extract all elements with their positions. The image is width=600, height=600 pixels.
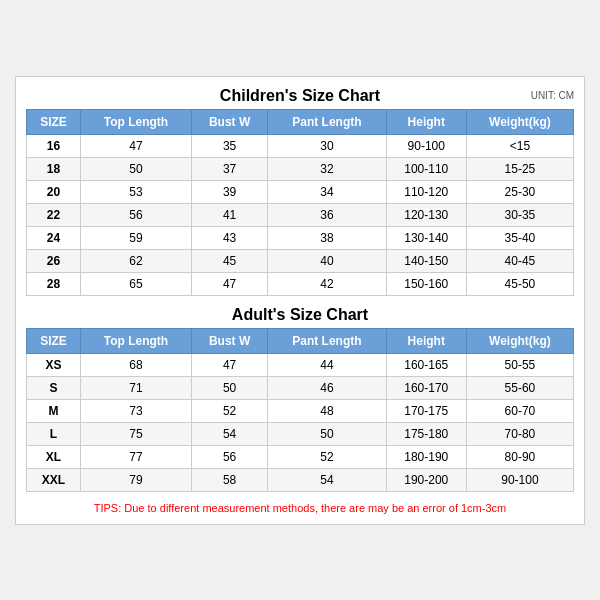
adult-table: SIZETop LengthBust WPant LengthHeightWei… [26, 328, 574, 492]
table-cell: 25-30 [466, 180, 573, 203]
table-cell: 18 [27, 157, 81, 180]
table-cell: 120-130 [386, 203, 466, 226]
table-cell: 46 [268, 376, 386, 399]
table-cell: 40 [268, 249, 386, 272]
table-cell: 80-90 [466, 445, 573, 468]
table-cell: <15 [466, 134, 573, 157]
children-header-cell: Height [386, 109, 466, 134]
table-cell: 130-140 [386, 226, 466, 249]
adult-chart-title: Adult's Size Chart [232, 306, 368, 324]
children-table: SIZETop LengthBust WPant LengthHeightWei… [26, 109, 574, 296]
children-header-cell: SIZE [27, 109, 81, 134]
table-row: 22564136120-13030-35 [27, 203, 574, 226]
table-row: S715046160-17055-60 [27, 376, 574, 399]
table-cell: M [27, 399, 81, 422]
table-cell: 43 [192, 226, 268, 249]
children-header-cell: Weight(kg) [466, 109, 573, 134]
table-row: 24594338130-14035-40 [27, 226, 574, 249]
table-row: M735248170-17560-70 [27, 399, 574, 422]
adult-header-cell: Weight(kg) [466, 328, 573, 353]
table-cell: 30-35 [466, 203, 573, 226]
table-row: XS684744160-16550-55 [27, 353, 574, 376]
table-cell: 44 [268, 353, 386, 376]
children-chart-title: Children's Size Chart [220, 87, 380, 105]
table-cell: 68 [80, 353, 191, 376]
table-cell: 45 [192, 249, 268, 272]
table-cell: 24 [27, 226, 81, 249]
table-cell: 75 [80, 422, 191, 445]
table-cell: 50 [192, 376, 268, 399]
table-cell: 56 [80, 203, 191, 226]
table-cell: 37 [192, 157, 268, 180]
table-cell: 62 [80, 249, 191, 272]
table-row: XXL795854190-20090-100 [27, 468, 574, 491]
children-header-cell: Pant Length [268, 109, 386, 134]
adult-header-cell: Height [386, 328, 466, 353]
table-cell: 42 [268, 272, 386, 295]
table-cell: 28 [27, 272, 81, 295]
children-header-row: SIZETop LengthBust WPant LengthHeightWei… [27, 109, 574, 134]
table-cell: 56 [192, 445, 268, 468]
table-cell: 180-190 [386, 445, 466, 468]
table-cell: XL [27, 445, 81, 468]
table-cell: 36 [268, 203, 386, 226]
table-row: 1647353090-100<15 [27, 134, 574, 157]
table-cell: 59 [80, 226, 191, 249]
adult-header-cell: SIZE [27, 328, 81, 353]
table-cell: 60-70 [466, 399, 573, 422]
table-row: 26624540140-15040-45 [27, 249, 574, 272]
table-cell: 32 [268, 157, 386, 180]
table-cell: 53 [80, 180, 191, 203]
table-cell: 48 [268, 399, 386, 422]
table-cell: 150-160 [386, 272, 466, 295]
table-cell: 100-110 [386, 157, 466, 180]
table-row: 18503732100-11015-25 [27, 157, 574, 180]
adult-header-cell: Pant Length [268, 328, 386, 353]
table-cell: 77 [80, 445, 191, 468]
table-cell: 71 [80, 376, 191, 399]
table-row: 20533934110-12025-30 [27, 180, 574, 203]
table-cell: 41 [192, 203, 268, 226]
table-cell: 58 [192, 468, 268, 491]
adult-header-cell: Top Length [80, 328, 191, 353]
children-header-cell: Bust W [192, 109, 268, 134]
adult-header-row: SIZETop LengthBust WPant LengthHeightWei… [27, 328, 574, 353]
table-cell: 52 [192, 399, 268, 422]
table-cell: 160-170 [386, 376, 466, 399]
table-cell: 65 [80, 272, 191, 295]
table-cell: 170-175 [386, 399, 466, 422]
table-cell: 30 [268, 134, 386, 157]
table-row: L755450175-18070-80 [27, 422, 574, 445]
tips-text: TIPS: Due to different measurement metho… [26, 502, 574, 514]
table-cell: 190-200 [386, 468, 466, 491]
table-cell: 45-50 [466, 272, 573, 295]
table-cell: 90-100 [386, 134, 466, 157]
table-cell: 22 [27, 203, 81, 226]
table-cell: 54 [192, 422, 268, 445]
table-cell: 90-100 [466, 468, 573, 491]
table-cell: 47 [192, 353, 268, 376]
children-header-cell: Top Length [80, 109, 191, 134]
table-cell: 160-165 [386, 353, 466, 376]
table-cell: 38 [268, 226, 386, 249]
children-title-row: Children's Size Chart UNIT: CM [26, 87, 574, 105]
table-cell: 47 [192, 272, 268, 295]
table-cell: 50-55 [466, 353, 573, 376]
table-cell: 55-60 [466, 376, 573, 399]
table-row: 28654742150-16045-50 [27, 272, 574, 295]
table-cell: XXL [27, 468, 81, 491]
table-row: XL775652180-19080-90 [27, 445, 574, 468]
table-cell: 47 [80, 134, 191, 157]
table-cell: 34 [268, 180, 386, 203]
table-cell: 52 [268, 445, 386, 468]
table-cell: S [27, 376, 81, 399]
table-cell: 50 [80, 157, 191, 180]
chart-container: Children's Size Chart UNIT: CM SIZETop L… [15, 76, 585, 525]
table-cell: 26 [27, 249, 81, 272]
table-cell: 35 [192, 134, 268, 157]
table-cell: 110-120 [386, 180, 466, 203]
table-cell: 39 [192, 180, 268, 203]
table-cell: 20 [27, 180, 81, 203]
table-cell: 70-80 [466, 422, 573, 445]
table-cell: 15-25 [466, 157, 573, 180]
